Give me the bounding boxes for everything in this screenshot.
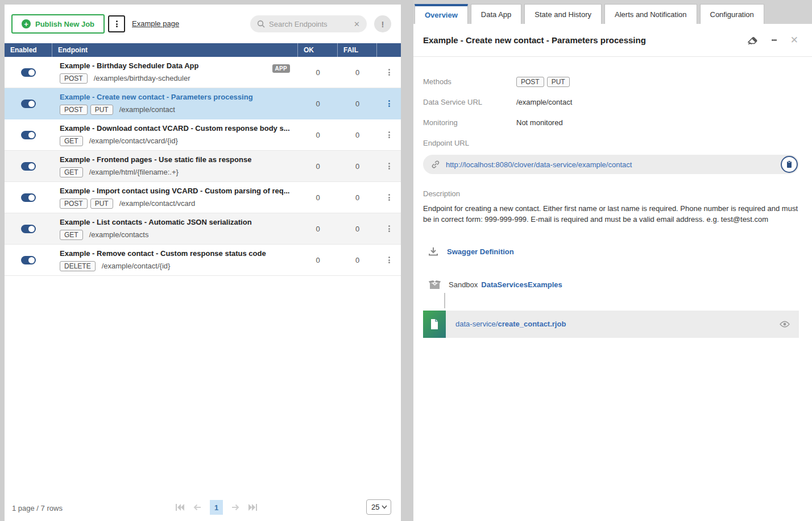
method-badge: PUT xyxy=(90,105,113,115)
endpoint-url-link[interactable]: http://localhost:8080/clover/data-servic… xyxy=(446,160,781,169)
chevron-down-icon xyxy=(382,505,387,509)
method-badge: GET xyxy=(60,167,83,177)
method-badges: POSTPUT xyxy=(60,104,116,115)
publish-new-job-button[interactable]: + Publish New Job xyxy=(11,14,105,34)
endpoint-path: /example/contact xyxy=(119,105,175,114)
endpoint-row[interactable]: Example - Remove contact - Custom respon… xyxy=(5,245,401,276)
fail-count: 0 xyxy=(338,88,377,119)
toolbar-menu-button[interactable] xyxy=(108,15,125,32)
close-icon[interactable]: ✕ xyxy=(790,34,798,46)
detail-header: Example - Create new contact - Parameter… xyxy=(413,24,812,57)
method-badge: PUT xyxy=(90,199,113,209)
swagger-definition-link[interactable]: Swagger Definition xyxy=(447,247,514,256)
method-badge: POST xyxy=(516,77,544,87)
tab-data-app[interactable]: Data App xyxy=(471,4,522,24)
enabled-toggle[interactable] xyxy=(21,225,36,233)
fail-count: 0 xyxy=(338,182,377,213)
example-page-link[interactable]: Example page xyxy=(132,19,179,28)
search-icon xyxy=(257,20,265,28)
page-size-select[interactable]: 25 xyxy=(366,499,391,515)
header-actions xyxy=(377,43,401,57)
description-text: Endpoint for creating a new contact. Eit… xyxy=(423,204,799,225)
search-input[interactable] xyxy=(269,20,353,28)
endpoint-detail-panel: Overview Data App State and History Aler… xyxy=(413,0,812,521)
row-menu-icon[interactable] xyxy=(385,160,393,173)
endpoint-row[interactable]: Example - Frontend pages - Use static fi… xyxy=(5,151,401,182)
page-summary: 1 page / 7 rows xyxy=(12,504,63,512)
next-page-icon[interactable] xyxy=(231,503,240,511)
ok-count: 0 xyxy=(298,57,338,88)
endpoint-row[interactable]: Example - Import contact using VCARD - C… xyxy=(5,182,401,213)
last-page-icon[interactable] xyxy=(248,503,258,511)
header-endpoint: Endpoint xyxy=(52,43,298,57)
endpoint-table-header: Enabled Endpoint OK FAIL xyxy=(5,43,401,57)
job-file-icon-tile xyxy=(423,311,446,338)
method-badges: DELETE xyxy=(60,260,98,271)
current-page-button[interactable]: 1 xyxy=(210,500,223,515)
tab-configuration[interactable]: Configuration xyxy=(700,4,764,24)
method-badge: GET xyxy=(60,136,83,146)
enabled-toggle[interactable] xyxy=(21,162,36,171)
tree-connector-line xyxy=(444,293,445,308)
endpoint-row[interactable]: Example - Create new contact - Parameter… xyxy=(5,88,401,119)
job-file-row[interactable]: data-service/create_contact.rjob xyxy=(423,311,799,338)
search-box[interactable]: ✕ xyxy=(250,15,367,32)
page-size-value: 25 xyxy=(371,503,379,511)
prev-page-icon[interactable] xyxy=(193,503,202,511)
download-icon xyxy=(428,247,438,257)
fail-count: 0 xyxy=(338,245,377,275)
endpoint-url-row: http://localhost:8080/clover/data-servic… xyxy=(423,155,799,174)
tab-overview[interactable]: Overview xyxy=(415,4,468,24)
enabled-toggle[interactable] xyxy=(21,68,36,77)
fail-count: 0 xyxy=(338,213,377,244)
detail-menu-icon[interactable] xyxy=(772,39,777,42)
method-badges: GET xyxy=(60,135,86,146)
pagination-bar: 1 page / 7 rows 1 25 xyxy=(5,494,401,521)
endpoint-row[interactable]: Example - Download contact VCARD - Custo… xyxy=(5,119,401,151)
endpoint-path: /examples/birthday-scheduler xyxy=(94,74,190,82)
row-menu-icon[interactable] xyxy=(385,254,393,267)
first-page-icon[interactable] xyxy=(175,503,185,511)
header-enabled: Enabled xyxy=(5,43,52,57)
enabled-toggle[interactable] xyxy=(21,256,36,264)
tab-state-and-history[interactable]: State and History xyxy=(524,4,602,24)
method-badges: GET xyxy=(60,167,86,177)
row-menu-icon[interactable] xyxy=(385,97,393,110)
tab-alerts-and-notification[interactable]: Alerts and Notification xyxy=(604,4,697,24)
method-badges: POSTPUT xyxy=(60,198,116,209)
method-badge: POST xyxy=(60,105,88,115)
row-menu-icon[interactable] xyxy=(385,66,393,79)
exclamation-button[interactable]: ! xyxy=(374,15,391,32)
monitoring-label: Monitoring xyxy=(423,118,516,127)
endpoints-panel: + Publish New Job Example page ✕ ! Enabl… xyxy=(5,5,401,521)
eye-icon[interactable] xyxy=(780,321,790,328)
endpoint-row[interactable]: Example - List contacts - Automatic JSON… xyxy=(5,213,401,245)
enabled-toggle[interactable] xyxy=(21,100,36,108)
clear-search-icon[interactable]: ✕ xyxy=(353,20,361,28)
endpoints-toolbar: + Publish New Job Example page ✕ ! xyxy=(5,5,401,43)
fail-count: 0 xyxy=(338,119,377,150)
enabled-toggle[interactable] xyxy=(21,193,36,202)
endpoint-path: /example/contacts xyxy=(89,230,149,239)
endpoint-path: /example/html/{filename:.+} xyxy=(89,168,179,176)
copy-url-button[interactable] xyxy=(781,156,798,173)
kebab-icon xyxy=(116,20,118,28)
method-badge: DELETE xyxy=(60,261,96,271)
row-menu-icon[interactable] xyxy=(385,129,393,142)
link-icon xyxy=(431,160,440,169)
method-badge: PUT xyxy=(547,77,570,87)
detail-title: Example - Create new contact - Parameter… xyxy=(423,35,747,45)
job-file-link[interactable]: data-service/create_contact.rjob xyxy=(455,320,780,328)
detail-tabbar: Overview Data App State and History Aler… xyxy=(413,0,812,24)
ok-count: 0 xyxy=(298,151,338,181)
endpoint-title: Example - Birthday Scheduler Data App xyxy=(60,61,198,70)
row-menu-icon[interactable] xyxy=(385,222,393,235)
endpoint-row[interactable]: Example - Birthday Scheduler Data App PO… xyxy=(5,57,401,88)
job-file-prefix: data-service/ xyxy=(455,320,498,328)
job-file-name: create_contact.rjob xyxy=(498,320,566,328)
enabled-toggle[interactable] xyxy=(21,131,36,139)
row-menu-icon[interactable] xyxy=(385,191,393,204)
sandbox-name-link[interactable]: DataServicesExamples xyxy=(481,280,562,289)
fail-count: 0 xyxy=(338,57,377,88)
eraser-icon[interactable] xyxy=(747,35,758,45)
